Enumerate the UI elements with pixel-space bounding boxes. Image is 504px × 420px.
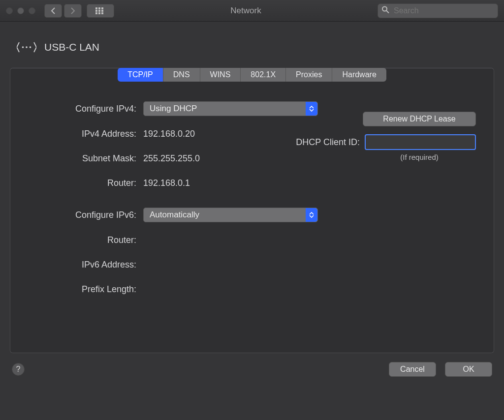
subnet-mask-label: Subnet Mask: <box>30 153 143 164</box>
tab-hardware[interactable]: Hardware <box>332 68 386 82</box>
svg-rect-1 <box>98 7 100 9</box>
minimize-window-dot[interactable] <box>17 7 24 14</box>
configure-ipv4-select[interactable]: Using DHCP <box>143 101 318 116</box>
dhcp-client-id-input[interactable] <box>365 134 476 150</box>
tab-8021x[interactable]: 802.1X <box>241 68 286 82</box>
renew-dhcp-lease-button[interactable]: Renew DHCP Lease <box>363 112 476 126</box>
updown-caret-icon <box>306 208 317 222</box>
tab-dns[interactable]: DNS <box>163 68 200 82</box>
show-all-button[interactable] <box>87 4 114 18</box>
window-title: Network <box>114 6 378 16</box>
tab-proxies[interactable]: Proxies <box>286 68 332 82</box>
interface-name: USB-C LAN <box>44 41 99 53</box>
configure-ipv4-value: Using DHCP <box>150 104 197 114</box>
help-button[interactable]: ? <box>12 363 25 376</box>
interface-header: USB-C LAN <box>10 31 494 68</box>
configure-ipv6-select[interactable]: Automatically <box>143 208 318 222</box>
ipv4-router-value: 192.168.0.1 <box>143 178 190 188</box>
close-window-dot[interactable] <box>6 7 13 14</box>
window-controls <box>6 7 35 14</box>
svg-rect-5 <box>101 10 103 12</box>
ipv4-router-label: Router: <box>30 178 143 188</box>
svg-point-13 <box>30 46 32 48</box>
svg-point-12 <box>26 46 28 48</box>
back-button[interactable] <box>44 4 62 18</box>
footer-bar: ? Cancel OK <box>10 362 494 377</box>
configure-ipv4-label: Configure IPv4: <box>30 104 143 114</box>
settings-panel: TCP/IP DNS WINS 802.1X Proxies Hardware … <box>10 68 494 353</box>
svg-rect-2 <box>101 7 103 9</box>
configure-ipv6-value: Automatically <box>150 210 199 220</box>
svg-rect-4 <box>98 10 100 12</box>
ipv6-router-label: Router: <box>30 235 143 245</box>
ipv4-address-value: 192.168.0.20 <box>143 129 195 139</box>
tab-bar: TCP/IP DNS WINS 802.1X Proxies Hardware <box>10 68 494 82</box>
ethernet-icon <box>17 37 36 57</box>
svg-rect-6 <box>95 12 97 14</box>
search-field-wrap <box>378 3 498 18</box>
svg-rect-7 <box>98 12 100 14</box>
svg-rect-0 <box>95 7 97 9</box>
ipv4-address-label: IPv4 Address: <box>30 129 143 139</box>
forward-button[interactable] <box>64 4 82 18</box>
prefix-length-label: Prefix Length: <box>30 284 143 295</box>
subnet-mask-value: 255.255.255.0 <box>143 153 200 164</box>
dhcp-client-id-hint: (If required) <box>400 153 439 161</box>
tab-wins[interactable]: WINS <box>200 68 241 82</box>
ok-button[interactable]: OK <box>445 362 492 377</box>
svg-point-9 <box>382 6 387 11</box>
zoom-window-dot[interactable] <box>29 7 35 14</box>
svg-rect-3 <box>95 10 97 12</box>
title-bar: Network <box>0 0 504 22</box>
cancel-button[interactable]: Cancel <box>389 362 436 377</box>
updown-caret-icon <box>306 102 317 116</box>
svg-rect-8 <box>101 12 103 14</box>
dhcp-client-id-label: DHCP Client ID: <box>296 137 360 148</box>
svg-point-11 <box>22 46 24 48</box>
svg-line-10 <box>386 10 389 13</box>
dhcp-side-column: Renew DHCP Lease DHCP Client ID: (If req… <box>363 112 476 161</box>
search-input[interactable] <box>378 3 498 18</box>
search-icon <box>381 5 389 16</box>
ipv6-address-label: IPv6 Address: <box>30 260 143 270</box>
configure-ipv6-label: Configure IPv6: <box>30 210 143 220</box>
tab-tcpip[interactable]: TCP/IP <box>118 68 163 82</box>
nav-buttons <box>44 4 82 18</box>
